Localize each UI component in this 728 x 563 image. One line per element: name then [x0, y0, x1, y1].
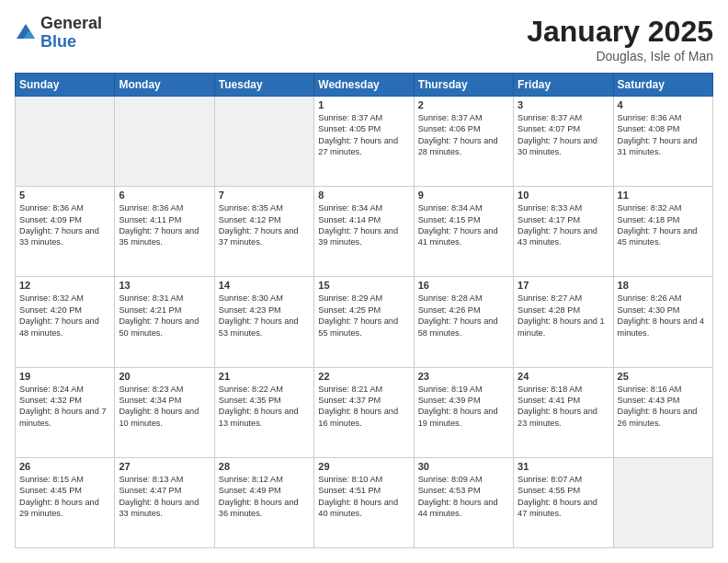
day-number: 3 [518, 99, 609, 110]
day-number: 5 [19, 190, 110, 201]
calendar-cell: 22Sunrise: 8:21 AM Sunset: 4:37 PM Dayli… [314, 367, 414, 457]
day-number: 21 [219, 371, 310, 382]
day-number: 23 [418, 371, 509, 382]
calendar-cell: 26Sunrise: 8:15 AM Sunset: 4:45 PM Dayli… [16, 457, 115, 547]
cell-content: Sunrise: 8:35 AM Sunset: 4:12 PM Dayligh… [219, 202, 310, 248]
cell-content: Sunrise: 8:18 AM Sunset: 4:41 PM Dayligh… [518, 384, 609, 430]
day-number: 29 [318, 461, 409, 472]
calendar-cell: 31Sunrise: 8:07 AM Sunset: 4:55 PM Dayli… [514, 457, 613, 547]
day-number: 13 [119, 280, 210, 291]
days-header-row: SundayMondayTuesdayWednesdayThursdayFrid… [16, 74, 713, 97]
calendar-cell: 1Sunrise: 8:37 AM Sunset: 4:05 PM Daylig… [314, 97, 414, 187]
calendar-cell: 10Sunrise: 8:33 AM Sunset: 4:17 PM Dayli… [514, 187, 613, 277]
week-row-5: 26Sunrise: 8:15 AM Sunset: 4:45 PM Dayli… [16, 457, 713, 547]
day-header-saturday: Saturday [613, 74, 712, 97]
day-number: 18 [618, 280, 709, 291]
calendar-cell: 4Sunrise: 8:36 AM Sunset: 4:08 PM Daylig… [613, 97, 712, 187]
cell-content: Sunrise: 8:09 AM Sunset: 4:53 PM Dayligh… [418, 474, 509, 520]
calendar-cell: 28Sunrise: 8:12 AM Sunset: 4:49 PM Dayli… [214, 457, 313, 547]
calendar-cell: 16Sunrise: 8:28 AM Sunset: 4:26 PM Dayli… [414, 277, 513, 367]
day-header-monday: Monday [115, 74, 214, 97]
logo-icon [15, 22, 37, 44]
cell-content: Sunrise: 8:28 AM Sunset: 4:26 PM Dayligh… [418, 293, 509, 339]
cell-content: Sunrise: 8:16 AM Sunset: 4:43 PM Dayligh… [618, 384, 709, 430]
day-number: 2 [418, 99, 509, 110]
cell-content: Sunrise: 8:33 AM Sunset: 4:17 PM Dayligh… [518, 202, 609, 248]
calendar-cell: 30Sunrise: 8:09 AM Sunset: 4:53 PM Dayli… [414, 457, 513, 547]
cell-content: Sunrise: 8:12 AM Sunset: 4:49 PM Dayligh… [219, 474, 310, 520]
cell-content: Sunrise: 8:24 AM Sunset: 4:32 PM Dayligh… [19, 384, 110, 430]
calendar-cell: 2Sunrise: 8:37 AM Sunset: 4:06 PM Daylig… [414, 97, 513, 187]
logo-text: General Blue [40, 15, 102, 52]
logo: General Blue [15, 15, 102, 52]
cell-content: Sunrise: 8:10 AM Sunset: 4:51 PM Dayligh… [318, 474, 409, 520]
cell-content: Sunrise: 8:37 AM Sunset: 4:06 PM Dayligh… [418, 112, 509, 158]
page: General Blue January 2025 Douglas, Isle … [0, 0, 728, 563]
calendar-cell: 24Sunrise: 8:18 AM Sunset: 4:41 PM Dayli… [514, 367, 613, 457]
day-number: 14 [219, 280, 310, 291]
day-number: 15 [318, 280, 409, 291]
cell-content: Sunrise: 8:36 AM Sunset: 4:11 PM Dayligh… [119, 202, 210, 248]
day-number: 17 [518, 280, 609, 291]
week-row-1: 1Sunrise: 8:37 AM Sunset: 4:05 PM Daylig… [16, 97, 713, 187]
calendar-cell: 6Sunrise: 8:36 AM Sunset: 4:11 PM Daylig… [115, 187, 214, 277]
calendar-cell [613, 457, 712, 547]
day-number: 27 [119, 461, 210, 472]
calendar-cell: 21Sunrise: 8:22 AM Sunset: 4:35 PM Dayli… [214, 367, 313, 457]
cell-content: Sunrise: 8:15 AM Sunset: 4:45 PM Dayligh… [19, 474, 110, 520]
cell-content: Sunrise: 8:34 AM Sunset: 4:14 PM Dayligh… [318, 202, 409, 248]
day-number: 16 [418, 280, 509, 291]
day-number: 26 [19, 461, 110, 472]
calendar-cell: 9Sunrise: 8:34 AM Sunset: 4:15 PM Daylig… [414, 187, 513, 277]
calendar-cell: 19Sunrise: 8:24 AM Sunset: 4:32 PM Dayli… [16, 367, 115, 457]
week-row-4: 19Sunrise: 8:24 AM Sunset: 4:32 PM Dayli… [16, 367, 713, 457]
calendar-cell: 12Sunrise: 8:32 AM Sunset: 4:20 PM Dayli… [16, 277, 115, 367]
main-title: January 2025 [527, 15, 713, 49]
cell-content: Sunrise: 8:32 AM Sunset: 4:18 PM Dayligh… [618, 202, 709, 248]
calendar-cell: 15Sunrise: 8:29 AM Sunset: 4:25 PM Dayli… [314, 277, 414, 367]
calendar-cell [115, 97, 214, 187]
calendar-cell: 8Sunrise: 8:34 AM Sunset: 4:14 PM Daylig… [314, 187, 414, 277]
day-number: 31 [518, 461, 609, 472]
header: General Blue January 2025 Douglas, Isle … [15, 15, 713, 63]
logo-blue: Blue [40, 33, 102, 52]
cell-content: Sunrise: 8:32 AM Sunset: 4:20 PM Dayligh… [19, 293, 110, 339]
day-header-friday: Friday [514, 74, 613, 97]
cell-content: Sunrise: 8:29 AM Sunset: 4:25 PM Dayligh… [318, 293, 409, 339]
calendar-cell: 13Sunrise: 8:31 AM Sunset: 4:21 PM Dayli… [115, 277, 214, 367]
cell-content: Sunrise: 8:30 AM Sunset: 4:23 PM Dayligh… [219, 293, 310, 339]
day-number: 9 [418, 190, 509, 201]
cell-content: Sunrise: 8:07 AM Sunset: 4:55 PM Dayligh… [518, 474, 609, 520]
cell-content: Sunrise: 8:31 AM Sunset: 4:21 PM Dayligh… [119, 293, 210, 339]
cell-content: Sunrise: 8:26 AM Sunset: 4:30 PM Dayligh… [618, 293, 709, 339]
calendar-table: SundayMondayTuesdayWednesdayThursdayFrid… [15, 73, 713, 548]
day-number: 30 [418, 461, 509, 472]
day-number: 20 [119, 371, 210, 382]
day-header-tuesday: Tuesday [214, 74, 313, 97]
day-header-sunday: Sunday [16, 74, 115, 97]
calendar-cell: 17Sunrise: 8:27 AM Sunset: 4:28 PM Dayli… [514, 277, 613, 367]
day-number: 10 [518, 190, 609, 201]
sub-title: Douglas, Isle of Man [527, 49, 713, 63]
cell-content: Sunrise: 8:36 AM Sunset: 4:09 PM Dayligh… [19, 202, 110, 248]
day-number: 22 [318, 371, 409, 382]
calendar-cell: 14Sunrise: 8:30 AM Sunset: 4:23 PM Dayli… [214, 277, 313, 367]
calendar-cell: 3Sunrise: 8:37 AM Sunset: 4:07 PM Daylig… [514, 97, 613, 187]
day-number: 4 [618, 99, 709, 110]
day-header-wednesday: Wednesday [314, 74, 414, 97]
cell-content: Sunrise: 8:13 AM Sunset: 4:47 PM Dayligh… [119, 474, 210, 520]
calendar-cell: 11Sunrise: 8:32 AM Sunset: 4:18 PM Dayli… [613, 187, 712, 277]
day-number: 7 [219, 190, 310, 201]
calendar-cell: 5Sunrise: 8:36 AM Sunset: 4:09 PM Daylig… [16, 187, 115, 277]
day-number: 11 [618, 190, 709, 201]
day-number: 24 [518, 371, 609, 382]
week-row-2: 5Sunrise: 8:36 AM Sunset: 4:09 PM Daylig… [16, 187, 713, 277]
calendar-cell: 18Sunrise: 8:26 AM Sunset: 4:30 PM Dayli… [613, 277, 712, 367]
logo-general: General [40, 15, 102, 33]
day-number: 6 [119, 190, 210, 201]
cell-content: Sunrise: 8:27 AM Sunset: 4:28 PM Dayligh… [518, 293, 609, 339]
day-number: 28 [219, 461, 310, 472]
calendar-cell: 29Sunrise: 8:10 AM Sunset: 4:51 PM Dayli… [314, 457, 414, 547]
day-number: 12 [19, 280, 110, 291]
day-number: 1 [318, 99, 409, 110]
